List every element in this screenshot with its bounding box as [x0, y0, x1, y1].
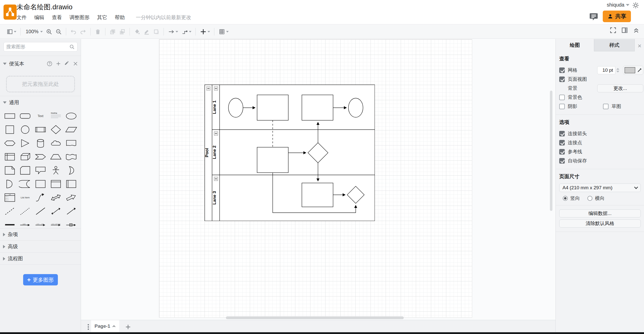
- tab-style[interactable]: 样式: [594, 39, 635, 51]
- grid-size-input[interactable]: [597, 66, 615, 74]
- help-icon[interactable]: [47, 61, 53, 67]
- shape-bidirectional-connector[interactable]: [48, 206, 64, 217]
- stepper-up-icon[interactable]: [616, 68, 619, 70]
- shape-list-item[interactable]: List Item: [17, 192, 33, 203]
- task-node[interactable]: [257, 95, 288, 120]
- horizontal-scrollbar[interactable]: [226, 316, 404, 319]
- shape-cloud[interactable]: [48, 138, 64, 149]
- page-size-select[interactable]: A4 (210 mm x 297 mm): [559, 183, 641, 192]
- close-panel-button[interactable]: ×: [638, 42, 641, 50]
- menu-arrange[interactable]: 调整图形: [69, 14, 90, 21]
- bg-color-checkbox[interactable]: [559, 95, 565, 100]
- shape-and[interactable]: [2, 178, 17, 190]
- shape-parallelogram[interactable]: [64, 124, 79, 135]
- option-checkbox[interactable]: [559, 131, 565, 136]
- shape-note[interactable]: [2, 165, 17, 176]
- line-color-button[interactable]: [142, 27, 151, 36]
- theme-toggle-button[interactable]: [632, 2, 639, 10]
- to-back-button[interactable]: [117, 27, 127, 36]
- shape-or[interactable]: [64, 165, 79, 176]
- drawing-canvas[interactable]: PoolLane 1Lane 2Lane 3: [81, 39, 555, 320]
- shape-curve[interactable]: [33, 192, 48, 203]
- add-page-button[interactable]: [124, 322, 132, 333]
- shadow-checkbox[interactable]: [559, 104, 565, 109]
- grid-size-stepper[interactable]: [615, 66, 620, 74]
- sidebar-section-advanced[interactable]: 高级: [0, 240, 81, 252]
- share-button[interactable]: 共享: [603, 11, 631, 22]
- edit-pencil-icon[interactable]: [64, 61, 70, 66]
- event-node[interactable]: [228, 98, 243, 117]
- option-checkbox[interactable]: [559, 140, 565, 145]
- shape-document[interactable]: [64, 138, 79, 149]
- comments-button[interactable]: [589, 12, 599, 23]
- portrait-radio[interactable]: [563, 196, 568, 201]
- fill-color-button[interactable]: [132, 27, 142, 36]
- shape-cube[interactable]: [17, 151, 33, 162]
- sidebar-section-flowchart[interactable]: 流程图: [0, 252, 81, 265]
- zoom-level-button[interactable]: 100%: [23, 28, 44, 35]
- tab-diagram[interactable]: 绘图: [556, 39, 594, 51]
- shape-textbox[interactable]: Heading: [48, 110, 64, 122]
- user-menu[interactable]: shiquda: [607, 2, 629, 8]
- task-node[interactable]: [302, 95, 333, 120]
- insert-button[interactable]: [198, 27, 212, 36]
- document-title[interactable]: 未命名绘图.drawio: [17, 3, 72, 12]
- event-node[interactable]: [348, 98, 363, 117]
- shape-step[interactable]: [33, 151, 48, 162]
- landscape-radio[interactable]: [587, 196, 592, 201]
- task-node[interactable]: [257, 147, 288, 173]
- delete-button[interactable]: [93, 27, 103, 36]
- shape-square[interactable]: [2, 124, 17, 135]
- collapse-button[interactable]: [214, 177, 218, 181]
- shape-text[interactable]: Text: [33, 110, 48, 122]
- redo-button[interactable]: [78, 27, 88, 36]
- shape-container[interactable]: [33, 178, 48, 190]
- close-icon[interactable]: [73, 61, 78, 66]
- add-icon[interactable]: [56, 61, 61, 66]
- task-node[interactable]: [302, 183, 333, 207]
- general-section-header[interactable]: 通用: [0, 96, 81, 108]
- page-tab-page-1[interactable]: Page-1: [91, 320, 119, 332]
- menu-extras[interactable]: 其它: [97, 14, 107, 21]
- menu-edit[interactable]: 编辑: [34, 14, 44, 21]
- zoom-out-button[interactable]: [54, 27, 63, 36]
- shape-ellipse[interactable]: [64, 110, 79, 122]
- scratchpad-dropzone[interactable]: 把元素拖至此处: [6, 76, 75, 92]
- more-shapes-button[interactable]: + 更多图形: [23, 274, 58, 285]
- shape-cylinder[interactable]: [33, 138, 48, 149]
- view-options-button[interactable]: [5, 27, 18, 36]
- shape-callout[interactable]: [33, 165, 48, 176]
- shape-search[interactable]: [4, 42, 77, 52]
- to-front-button[interactable]: [108, 27, 117, 36]
- zoom-in-button[interactable]: [44, 27, 54, 36]
- menu-help[interactable]: 帮助: [115, 14, 125, 21]
- collapse-button[interactable]: [214, 87, 218, 90]
- shape-list[interactable]: ListItem 1Item 2Item 3: [2, 192, 17, 203]
- shape-triangle[interactable]: [17, 138, 33, 149]
- fullscreen-button[interactable]: [609, 26, 617, 35]
- shape-rounded-rectangle[interactable]: [17, 110, 33, 122]
- waypoint-style-button[interactable]: [180, 27, 193, 36]
- stepper-down-icon[interactable]: [616, 71, 619, 72]
- shape-circle[interactable]: [17, 124, 33, 135]
- table-button[interactable]: [217, 27, 230, 36]
- option-checkbox[interactable]: [559, 158, 565, 164]
- shape-directional-connector[interactable]: [64, 206, 79, 217]
- change-background-button[interactable]: 更改...: [597, 84, 643, 92]
- shape-dotted-line[interactable]: [17, 206, 33, 217]
- clear-default-style-button[interactable]: 清除默认风格: [559, 219, 641, 228]
- undo-button[interactable]: [69, 27, 78, 36]
- sidebar-section-misc[interactable]: 杂项: [0, 228, 81, 240]
- shape-rectangle[interactable]: [2, 110, 17, 122]
- shadow-button[interactable]: [151, 27, 161, 36]
- shape-dashed-line[interactable]: [2, 206, 17, 217]
- shape-card[interactable]: [17, 165, 33, 176]
- format-panel-toggle-button[interactable]: [621, 26, 628, 35]
- edit-data-button[interactable]: 编辑数据...: [559, 209, 641, 217]
- bpmn-pool-diagram[interactable]: PoolLane 1Lane 2Lane 3: [205, 85, 375, 221]
- grid-color-button[interactable]: [623, 66, 643, 75]
- menu-view[interactable]: 查看: [52, 14, 62, 21]
- shape-data-storage[interactable]: [17, 178, 33, 190]
- shape-bidirectional-arrow[interactable]: [48, 192, 64, 203]
- shape-vertical-container[interactable]: [64, 178, 79, 190]
